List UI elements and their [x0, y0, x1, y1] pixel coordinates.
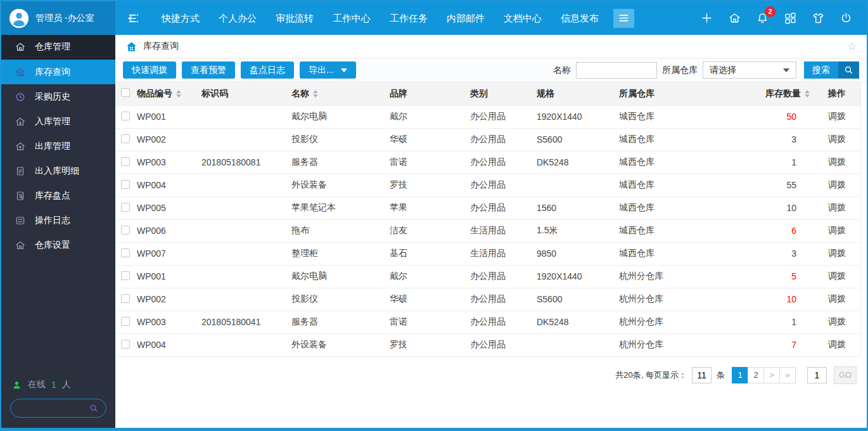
- sort-icon[interactable]: [313, 90, 318, 98]
- app-window: 管理员 -办公室 快捷方式个人办公审批流转工作中心工作任务内部邮件文档中心信息发…: [0, 0, 868, 431]
- column-header: 品牌: [390, 82, 470, 105]
- row-checkbox[interactable]: [121, 203, 130, 212]
- breadcrumb: 库存查询 ☆: [115, 35, 867, 58]
- row-checkbox[interactable]: [121, 317, 130, 326]
- row-checkbox-cell: [115, 128, 137, 151]
- search-button[interactable]: 搜索: [804, 61, 859, 79]
- transfer-link[interactable]: 调拨: [828, 316, 846, 326]
- transfer-link[interactable]: 调拨: [828, 225, 846, 235]
- toolbar-button[interactable]: 快速调拨: [123, 61, 176, 79]
- page-button[interactable]: 2: [748, 367, 764, 383]
- cell-name: 戴尔电脑: [291, 105, 390, 128]
- sort-icon[interactable]: [176, 90, 181, 98]
- row-checkbox[interactable]: [121, 157, 130, 166]
- apps-icon[interactable]: [784, 11, 797, 25]
- toolbar-button[interactable]: 查看预警: [182, 61, 235, 79]
- goto-page-input[interactable]: [807, 367, 827, 383]
- cell-warehouse: 杭州分仓库: [619, 265, 736, 288]
- online-count: 1: [51, 380, 56, 390]
- transfer-link[interactable]: 调拨: [828, 111, 846, 121]
- last-page-button[interactable]: »: [779, 367, 796, 383]
- sidebar-item[interactable]: 库存盘点: [1, 183, 115, 208]
- transfer-link[interactable]: 调拨: [828, 179, 846, 190]
- name-filter-input[interactable]: [576, 62, 657, 79]
- plus-icon[interactable]: [700, 11, 713, 25]
- nav-item[interactable]: 审批流转: [266, 1, 323, 35]
- filter-bar: 名称 所属仓库 请选择 搜索: [553, 61, 859, 79]
- row-checkbox[interactable]: [121, 271, 130, 280]
- favorite-star-icon[interactable]: ☆: [847, 41, 857, 52]
- sidebar-search-input[interactable]: [18, 404, 89, 413]
- sidebar-item[interactable]: 仓库管理: [1, 35, 115, 60]
- cell-warehouse: 杭州分仓库: [619, 288, 736, 311]
- transfer-link[interactable]: 调拨: [828, 271, 846, 281]
- page-button[interactable]: 1: [732, 367, 748, 383]
- warehouse-select[interactable]: 请选择: [703, 61, 796, 79]
- user-section[interactable]: 管理员 -办公室: [1, 1, 115, 35]
- search-icon-button[interactable]: [838, 61, 859, 79]
- sidebar-spacer: [1, 257, 115, 379]
- go-button[interactable]: GO: [834, 366, 857, 384]
- sidebar-item-label: 操作日志: [35, 215, 70, 226]
- sidebar-item[interactable]: 操作日志: [1, 208, 115, 233]
- table-row: WP003201805180081服务器雷诺办公用品DK5248城西仓库1调拨: [115, 151, 860, 174]
- header-checkbox-cell: [115, 82, 137, 105]
- toolbar-button[interactable]: 盘点日志: [241, 61, 294, 79]
- nav-item[interactable]: 内部邮件: [437, 1, 494, 35]
- power-icon[interactable]: [839, 11, 853, 25]
- search-icon[interactable]: [89, 403, 99, 413]
- nav-item[interactable]: 快捷方式: [152, 1, 209, 35]
- sidebar-item[interactable]: 库存查询: [1, 60, 115, 84]
- nav-item[interactable]: 工作中心: [323, 1, 380, 35]
- sidebar-item[interactable]: 采购历史: [1, 84, 115, 109]
- cell-spec: DK5248: [537, 151, 619, 174]
- row-checkbox[interactable]: [121, 112, 130, 120]
- transfer-link[interactable]: 调拨: [828, 157, 846, 167]
- transfer-link[interactable]: 调拨: [828, 339, 846, 349]
- sidebar-toggle-icon[interactable]: [115, 1, 152, 35]
- row-checkbox[interactable]: [121, 340, 130, 349]
- cell-code: WP004: [137, 174, 201, 196]
- transfer-link[interactable]: 调拨: [828, 293, 846, 304]
- column-label: 名称: [291, 88, 309, 100]
- row-checkbox[interactable]: [121, 294, 130, 303]
- column-header: 规格: [537, 82, 619, 105]
- cell-name: 戴尔电脑: [291, 265, 390, 288]
- cell-spec: 1920X1440: [537, 105, 619, 128]
- sidebar-item[interactable]: 出库管理: [1, 134, 115, 158]
- user-avatar-icon: [9, 8, 29, 29]
- export-dropdown-button[interactable]: 导出...: [300, 61, 356, 79]
- tshirt-icon[interactable]: [812, 11, 825, 25]
- transfer-link[interactable]: 调拨: [828, 134, 846, 144]
- cell-category: 办公用品: [470, 105, 537, 128]
- cell-sn: [201, 242, 291, 265]
- select-all-checkbox[interactable]: [121, 88, 130, 97]
- row-checkbox[interactable]: [121, 180, 130, 189]
- navbar-menu: 快捷方式个人办公审批流转工作中心工作任务内部邮件文档中心信息发布: [152, 1, 608, 35]
- column-header[interactable]: 物品编号: [137, 82, 201, 105]
- nav-item[interactable]: 信息发布: [551, 1, 608, 35]
- chevron-down-icon: [783, 68, 789, 72]
- sidebar-item[interactable]: 出入库明细: [1, 158, 115, 183]
- cell-action: 调拨: [814, 174, 860, 196]
- page-size-input[interactable]: [692, 367, 712, 383]
- row-checkbox[interactable]: [121, 248, 130, 257]
- sort-icon[interactable]: [805, 90, 810, 98]
- home-icon[interactable]: [728, 11, 741, 25]
- row-checkbox[interactable]: [121, 134, 130, 143]
- sidebar-search-box: [10, 399, 106, 418]
- nav-item[interactable]: 工作任务: [380, 1, 437, 35]
- transfer-link[interactable]: 调拨: [828, 202, 846, 212]
- sidebar-item[interactable]: 仓库设置: [1, 233, 115, 257]
- table-row: WP004外设装备罗技办公用品城西仓库55调拨: [115, 174, 860, 196]
- bell-icon[interactable]: 2: [756, 11, 769, 25]
- row-checkbox[interactable]: [121, 226, 130, 235]
- column-header[interactable]: 库存数量: [736, 82, 814, 105]
- nav-item[interactable]: 个人办公: [209, 1, 266, 35]
- more-menu-button[interactable]: [613, 9, 634, 28]
- nav-item[interactable]: 文档中心: [494, 1, 551, 35]
- column-header[interactable]: 名称: [291, 82, 390, 105]
- sidebar-item[interactable]: 入库管理: [1, 109, 115, 134]
- transfer-link[interactable]: 调拨: [828, 248, 846, 258]
- next-page-button[interactable]: >: [763, 367, 780, 383]
